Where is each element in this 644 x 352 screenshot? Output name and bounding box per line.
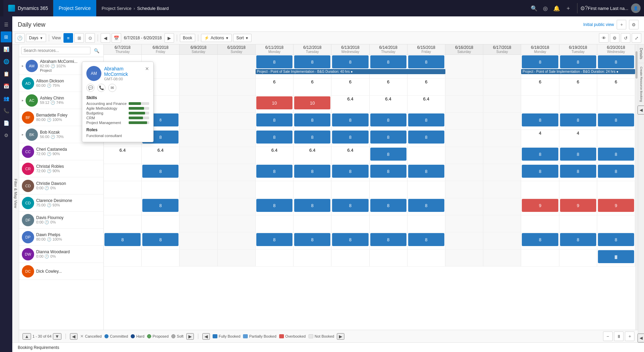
- scrollbar[interactable]: [635, 44, 638, 330]
- create-resource-booking-tab[interactable]: Create Resource Booking: [639, 63, 644, 106]
- cal-cell[interactable]: [180, 130, 217, 147]
- cal-cell[interactable]: [483, 96, 521, 112]
- breadcrumb-item-1[interactable]: Project Service: [102, 6, 131, 11]
- filter-map-view-sidebar[interactable]: Filter & Map View: [12, 44, 19, 342]
- cal-cell[interactable]: [218, 249, 256, 266]
- notification-icon[interactable]: 🔔: [553, 5, 560, 12]
- sidebar-calendar[interactable]: 📅: [1, 81, 12, 92]
- cal-cell[interactable]: 8: [521, 164, 559, 181]
- legend-next-btn[interactable]: ▶: [186, 333, 194, 340]
- cal-cell[interactable]: 6.4: [142, 147, 180, 164]
- cal-cell[interactable]: 8: [559, 113, 597, 130]
- cal-cell[interactable]: [218, 215, 256, 232]
- cal-cell[interactable]: 10: [256, 96, 294, 112]
- cal-cell[interactable]: 8: [256, 130, 294, 147]
- cal-cell[interactable]: [218, 113, 256, 130]
- cal-cell[interactable]: 8: [597, 164, 635, 181]
- target-icon[interactable]: ◎: [543, 5, 548, 12]
- cal-cell[interactable]: [180, 147, 217, 164]
- cal-cell[interactable]: 8: [407, 130, 445, 147]
- cal-cell[interactable]: 8: [256, 232, 294, 249]
- cal-cell[interactable]: [483, 130, 521, 147]
- cal-cell[interactable]: [256, 215, 294, 232]
- cal-cell[interactable]: 6.4: [331, 147, 369, 164]
- cal-cell[interactable]: [104, 215, 142, 232]
- cal-cell[interactable]: 8: [407, 198, 445, 215]
- cal-cell[interactable]: 8: [294, 130, 331, 147]
- cal-cell[interactable]: [597, 130, 635, 147]
- cal-cell[interactable]: 6.4: [104, 147, 142, 164]
- cal-cell[interactable]: [483, 164, 521, 181]
- cal-cell[interactable]: [370, 215, 407, 232]
- cal-cell[interactable]: 8: [142, 164, 180, 181]
- cal-cell[interactable]: [218, 232, 256, 249]
- sidebar-settings[interactable]: ⚙: [1, 130, 12, 141]
- cal-cell[interactable]: 8: [597, 147, 635, 164]
- cal-cell[interactable]: 8: [521, 147, 559, 164]
- cal-cell[interactable]: [445, 232, 483, 249]
- prev-date-btn[interactable]: ◀: [101, 33, 110, 43]
- cal-cell[interactable]: 8: [256, 164, 294, 181]
- cal-cell[interactable]: 8: [407, 232, 445, 249]
- list-item[interactable]: DC Dick Cowley...: [19, 263, 103, 280]
- cal-cell[interactable]: [445, 55, 483, 78]
- cal-cell[interactable]: [597, 215, 635, 232]
- help-icon[interactable]: ?: [585, 5, 588, 11]
- cal-cell[interactable]: 6: [331, 79, 369, 95]
- zoom-out-btn[interactable]: −: [603, 331, 613, 341]
- cal-cell[interactable]: [218, 181, 256, 198]
- view-settings-button[interactable]: ⚙: [629, 20, 639, 29]
- cal-cell[interactable]: [597, 96, 635, 112]
- cal-cell[interactable]: 8: [331, 55, 369, 78]
- cal-cell[interactable]: 8: [370, 130, 407, 147]
- cal-cell[interactable]: 8: [370, 164, 407, 181]
- cal-cell[interactable]: 4: [559, 130, 597, 147]
- initial-public-view[interactable]: Initial public view: [583, 22, 614, 27]
- cal-cell[interactable]: 8: [294, 164, 331, 181]
- cal-cell[interactable]: 8: [559, 164, 597, 181]
- cal-cell[interactable]: 8: [370, 147, 407, 164]
- cal-cell[interactable]: [483, 215, 521, 232]
- cal-cell[interactable]: 8: [597, 232, 635, 249]
- cal-cell[interactable]: 6: [294, 79, 331, 95]
- list-item[interactable]: CD Clarence Desimone 75:00 🕐 93%: [19, 194, 103, 212]
- list-item[interactable]: CR Christal Robles 72:00 🕐 90%: [19, 160, 103, 177]
- cal-cell[interactable]: 8: [370, 55, 407, 78]
- cal-cell[interactable]: [218, 55, 256, 78]
- cal-cell[interactable]: [445, 130, 483, 147]
- cal-cell[interactable]: [142, 249, 180, 266]
- cal-cell[interactable]: [445, 96, 483, 112]
- cal-cell[interactable]: [218, 198, 256, 215]
- schedule-icon-btn[interactable]: 🕐: [15, 33, 25, 43]
- cal-cell[interactable]: [104, 249, 142, 266]
- user-name[interactable]: First name Last na...: [588, 6, 629, 11]
- cal-cell[interactable]: 6: [370, 79, 407, 95]
- user-avatar[interactable]: 👤: [631, 3, 641, 13]
- phone-icon[interactable]: 📞: [97, 84, 105, 92]
- search-icon[interactable]: 🔍: [531, 5, 538, 12]
- cal-cell[interactable]: 8: [407, 55, 445, 78]
- cal-cell[interactable]: 8: [597, 55, 635, 78]
- expand-right-btn[interactable]: ◀: [638, 334, 644, 342]
- cal-cell[interactable]: [483, 79, 521, 95]
- cal-cell[interactable]: [331, 215, 369, 232]
- cal-cell[interactable]: [294, 249, 331, 266]
- map-view-btn[interactable]: ⊙: [85, 33, 95, 43]
- chat-icon[interactable]: 💬: [86, 84, 95, 92]
- cal-cell[interactable]: [218, 164, 256, 181]
- sidebar-phone[interactable]: 📞: [1, 105, 12, 116]
- sidebar-hamburger[interactable]: ☰: [1, 19, 12, 30]
- cal-cell[interactable]: [180, 249, 217, 266]
- cal-cell[interactable]: [331, 249, 369, 266]
- refresh-icon-btn[interactable]: ↺: [621, 33, 630, 43]
- cal-cell[interactable]: [180, 232, 217, 249]
- cal-cell[interactable]: [294, 215, 331, 232]
- sidebar-home[interactable]: ⊞: [1, 31, 12, 42]
- cal-cell[interactable]: [256, 249, 294, 266]
- days-dropdown[interactable]: Days ▼: [26, 34, 46, 42]
- cal-cell[interactable]: [559, 181, 597, 198]
- cal-cell[interactable]: 6: [559, 79, 597, 95]
- cal-cell[interactable]: 9: [521, 198, 559, 215]
- cal-cell[interactable]: 8: [256, 198, 294, 215]
- legend2-prev-btn[interactable]: ◀: [202, 333, 210, 340]
